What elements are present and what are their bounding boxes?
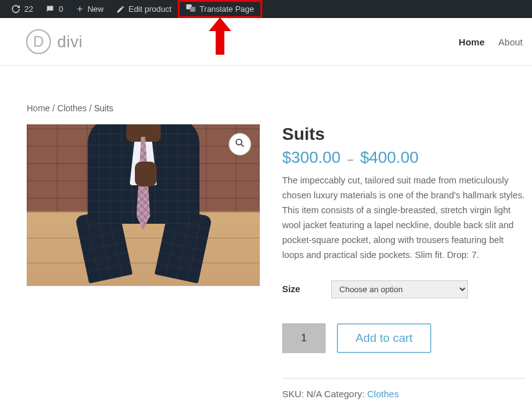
breadcrumb-sep: /: [89, 103, 94, 113]
comment-icon: [45, 4, 55, 14]
size-label: Size: [282, 284, 300, 294]
main-content: Home / Clothes / Suits Sui: [0, 66, 532, 412]
variation-row: Size Choose an option: [282, 280, 526, 298]
new-label: New: [88, 4, 104, 14]
svg-point-2: [236, 139, 242, 145]
sku-value: N/A: [306, 389, 321, 399]
product-description: The impeccably cut, tailored suit made f…: [282, 173, 526, 263]
breadcrumb-category[interactable]: Clothes: [57, 103, 86, 113]
product-price: $300.00 – $400.00: [282, 148, 526, 167]
category-link[interactable]: Clothes: [367, 389, 399, 399]
translate-label: Translate Page: [200, 4, 254, 14]
size-select[interactable]: Choose an option: [331, 280, 468, 298]
zoom-button[interactable]: [229, 133, 251, 155]
logo-text: divi: [57, 32, 83, 52]
site-header: D divi Home About: [0, 18, 532, 66]
product-meta: SKU: N/A Category: Clothes: [282, 389, 526, 399]
meta-divider: [282, 378, 526, 379]
price-high: 400.00: [369, 148, 419, 167]
product-layout: Suits $300.00 – $400.00 The impeccably c…: [27, 124, 526, 399]
magnify-icon: [234, 137, 245, 151]
site-logo[interactable]: D divi: [26, 29, 83, 54]
translate-highlight: Translate Page: [178, 0, 262, 18]
breadcrumb: Home / Clothes / Suits: [27, 103, 526, 113]
currency: $: [282, 148, 291, 167]
plus-icon: [76, 5, 84, 13]
refresh-icon: [11, 4, 21, 14]
sku-label: SKU:: [282, 389, 304, 399]
currency: $: [360, 148, 369, 167]
translate-icon: [186, 4, 196, 14]
annotation-arrow: [209, 17, 231, 55]
logo-mark: D: [26, 29, 51, 54]
svg-rect-1: [190, 7, 196, 12]
add-to-cart-button[interactable]: Add to cart: [337, 323, 431, 353]
nav-home[interactable]: Home: [459, 37, 485, 47]
breadcrumb-home[interactable]: Home: [27, 103, 50, 113]
price-low: 300.00: [291, 148, 341, 167]
svg-line-3: [241, 144, 244, 147]
breadcrumb-current: Suits: [94, 103, 113, 113]
admin-updates[interactable]: 22: [5, 0, 39, 18]
wp-admin-bar: 22 0 New Edit product Translate Page: [0, 0, 532, 18]
admin-edit-product[interactable]: Edit product: [110, 0, 178, 18]
admin-translate-page[interactable]: Translate Page: [178, 0, 262, 18]
admin-comments[interactable]: 0: [39, 0, 69, 18]
edit-product-label: Edit product: [129, 4, 172, 14]
updates-count: 22: [24, 4, 33, 14]
category-label: Category:: [324, 389, 365, 399]
image-person: [63, 124, 224, 280]
price-dash: –: [347, 154, 353, 165]
comments-count: 0: [58, 4, 63, 14]
quantity-input[interactable]: [282, 323, 326, 353]
product-title: Suits: [282, 124, 526, 144]
pencil-icon: [116, 5, 125, 14]
admin-new[interactable]: New: [70, 0, 110, 18]
product-info: Suits $300.00 – $400.00 The impeccably c…: [282, 124, 526, 399]
primary-nav: Home About: [459, 37, 523, 47]
breadcrumb-sep: /: [52, 103, 57, 113]
product-image[interactable]: [27, 124, 260, 286]
nav-about[interactable]: About: [498, 37, 523, 47]
cart-row: Add to cart: [282, 323, 526, 353]
